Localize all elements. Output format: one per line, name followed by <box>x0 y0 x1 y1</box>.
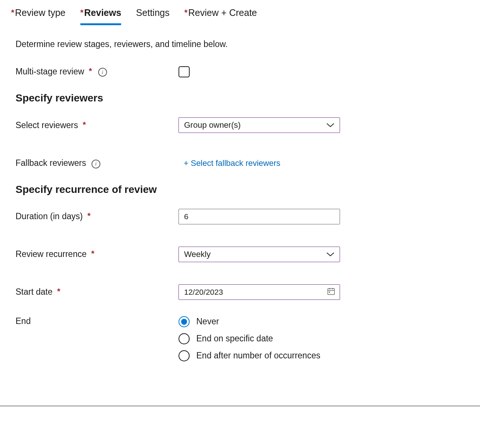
svg-rect-0 <box>328 288 334 294</box>
radio-icon <box>179 316 190 327</box>
end-radio-group: Never End on specific date End after num… <box>179 316 333 361</box>
tab-review-type[interactable]: *Review type <box>11 7 66 25</box>
radio-label-text: End after number of occurrences <box>196 351 320 361</box>
required-star-icon: * <box>89 66 92 76</box>
label-text: Start date <box>16 287 53 297</box>
radio-icon <box>179 350 190 361</box>
end-option-specific-date[interactable]: End on specific date <box>179 333 333 344</box>
calendar-icon <box>327 287 335 297</box>
start-date-input[interactable]: 12/20/2023 <box>179 284 340 300</box>
date-value: 12/20/2023 <box>184 288 223 297</box>
duration-label: Duration (in days) * <box>16 211 179 221</box>
radio-icon <box>179 333 190 344</box>
required-star-icon: * <box>87 211 91 220</box>
info-icon[interactable]: i <box>91 160 100 168</box>
required-star-icon: * <box>80 8 84 17</box>
tab-reviews[interactable]: *Reviews <box>80 7 121 25</box>
section-specify-recurrence: Specify recurrence of review <box>16 184 333 195</box>
chevron-down-icon <box>326 252 334 257</box>
select-reviewers-label: Select reviewers * <box>16 120 179 130</box>
required-star-icon: * <box>83 120 86 129</box>
tab-label: Review type <box>15 7 66 18</box>
multi-stage-label: Multi-stage review * i <box>16 67 179 77</box>
dropdown-value: Group owner(s) <box>184 120 241 130</box>
select-reviewers-dropdown[interactable]: Group owner(s) <box>179 117 340 133</box>
info-icon[interactable]: i <box>98 68 107 77</box>
label-text: Multi-stage review <box>16 67 84 76</box>
required-star-icon: * <box>91 249 94 258</box>
required-star-icon: * <box>11 8 14 17</box>
required-star-icon: * <box>184 8 188 17</box>
dropdown-value: Weekly <box>184 250 211 259</box>
end-option-occurrences[interactable]: End after number of occurrences <box>179 350 333 361</box>
multi-stage-checkbox[interactable] <box>179 66 190 77</box>
radio-label-text: Never <box>196 317 219 327</box>
intro-text: Determine review stages, reviewers, and … <box>16 39 333 49</box>
recurrence-label: Review recurrence * <box>16 249 179 259</box>
select-fallback-reviewers-link[interactable]: + Select fallback reviewers <box>179 158 280 168</box>
fallback-reviewers-label: Fallback reviewers i <box>16 158 179 169</box>
required-star-icon: * <box>57 287 60 296</box>
tab-settings[interactable]: Settings <box>136 7 169 25</box>
end-option-never[interactable]: Never <box>179 316 333 327</box>
section-specify-reviewers: Specify reviewers <box>16 92 333 104</box>
radio-label-text: End on specific date <box>196 334 273 344</box>
label-text: Fallback reviewers <box>16 158 86 168</box>
label-text: Select reviewers <box>16 120 78 130</box>
tab-label: Settings <box>136 7 169 18</box>
tab-review-create[interactable]: *Review + Create <box>184 7 257 25</box>
start-date-label: Start date * <box>16 287 179 297</box>
recurrence-dropdown[interactable]: Weekly <box>179 247 340 262</box>
svg-rect-4 <box>329 291 330 292</box>
tab-label: Reviews <box>84 7 121 18</box>
end-label: End <box>16 316 179 326</box>
duration-input[interactable] <box>179 209 340 224</box>
label-text: Duration (in days) <box>16 211 83 221</box>
tab-bar: *Review type *Reviews Settings *Review +… <box>0 7 480 25</box>
chevron-down-icon <box>326 123 334 128</box>
tab-label: Review + Create <box>188 7 257 18</box>
footer-divider <box>0 406 480 406</box>
label-text: Review recurrence <box>16 249 87 259</box>
